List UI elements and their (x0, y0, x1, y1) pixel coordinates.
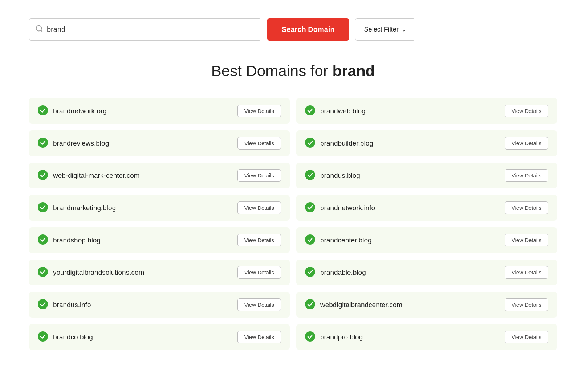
svg-point-15 (305, 299, 315, 309)
view-details-button[interactable]: View Details (505, 234, 548, 246)
domain-item: web-digital-mark-center.com View Details (29, 163, 290, 188)
available-check-icon (305, 202, 315, 214)
available-check-icon (305, 138, 315, 149)
view-details-button[interactable]: View Details (505, 331, 548, 343)
domain-item: brandus.blog View Details (296, 163, 557, 188)
page-heading: Best Domains for brand (29, 62, 557, 80)
svg-point-2 (38, 105, 48, 115)
filter-button[interactable]: Select Filter ⌄ (355, 18, 415, 41)
search-input[interactable] (47, 25, 255, 34)
available-check-icon (305, 267, 315, 278)
domain-item: brandshop.blog View Details (29, 227, 290, 253)
domain-left: brandnetwork.info (305, 202, 375, 214)
domain-item: brandreviews.blog View Details (29, 130, 290, 156)
svg-point-6 (38, 170, 48, 180)
svg-point-4 (38, 138, 48, 148)
available-check-icon (38, 138, 48, 149)
view-details-button[interactable]: View Details (237, 105, 281, 117)
domain-name: brandweb.blog (320, 107, 366, 115)
domain-left: brandus.blog (305, 170, 360, 181)
domain-left: brandus.info (38, 299, 91, 311)
domain-item: yourdigitalbrandsolutions.com View Detai… (29, 260, 290, 285)
available-check-icon (305, 234, 315, 246)
view-details-button[interactable]: View Details (237, 266, 281, 279)
domain-name: brandmarketing.blog (53, 204, 116, 212)
domain-name: brandcenter.blog (320, 236, 372, 244)
svg-point-13 (305, 267, 315, 277)
view-details-button[interactable]: View Details (237, 169, 281, 182)
view-details-button[interactable]: View Details (237, 331, 281, 343)
available-check-icon (305, 331, 315, 343)
search-bar-row: Search Domain Select Filter ⌄ (29, 18, 557, 41)
domain-item: brandpro.blog View Details (296, 324, 557, 350)
svg-point-7 (305, 170, 315, 180)
available-check-icon (38, 299, 48, 311)
domain-name: brandnetwork.info (320, 204, 375, 212)
domain-item: brandus.info View Details (29, 292, 290, 318)
view-details-button[interactable]: View Details (237, 298, 281, 311)
domain-left: brandbuilder.blog (305, 138, 373, 149)
available-check-icon (38, 267, 48, 278)
available-check-icon (38, 234, 48, 246)
svg-point-11 (305, 234, 315, 245)
chevron-down-icon: ⌄ (402, 26, 406, 33)
view-details-button[interactable]: View Details (505, 105, 548, 117)
domain-item: brandnetwork.info View Details (296, 195, 557, 221)
domain-item: brandco.blog View Details (29, 324, 290, 350)
available-check-icon (305, 299, 315, 311)
available-check-icon (38, 105, 48, 117)
domain-left: brandcenter.blog (305, 234, 372, 246)
svg-line-1 (41, 30, 42, 32)
domain-left: brandnetwork.org (38, 105, 107, 117)
domain-name: brandus.info (53, 301, 91, 309)
domain-left: brandmarketing.blog (38, 202, 116, 214)
view-details-button[interactable]: View Details (505, 266, 548, 279)
svg-point-8 (38, 202, 48, 212)
svg-point-14 (38, 299, 48, 309)
svg-point-16 (38, 331, 48, 342)
domain-item: brandable.blog View Details (296, 260, 557, 285)
svg-point-12 (38, 267, 48, 277)
domain-item: brandbuilder.blog View Details (296, 130, 557, 156)
domain-left: webdigitalbrandcenter.com (305, 299, 402, 311)
domain-left: brandpro.blog (305, 331, 363, 343)
available-check-icon (38, 331, 48, 343)
search-domain-button[interactable]: Search Domain (267, 18, 349, 41)
domain-name: brandbuilder.blog (320, 139, 373, 147)
svg-point-17 (305, 331, 315, 342)
domain-left: web-digital-mark-center.com (38, 170, 140, 181)
domain-name: brandpro.blog (320, 333, 363, 341)
page-wrapper: Search Domain Select Filter ⌄ Best Domai… (0, 0, 586, 368)
search-icon (35, 25, 47, 34)
view-details-button[interactable]: View Details (237, 201, 281, 214)
svg-point-9 (305, 202, 315, 212)
domain-left: brandable.blog (305, 267, 366, 278)
domain-item: brandcenter.blog View Details (296, 227, 557, 253)
svg-point-5 (305, 138, 315, 148)
domain-left: brandreviews.blog (38, 138, 109, 149)
domain-name: webdigitalbrandcenter.com (320, 301, 402, 309)
view-details-button[interactable]: View Details (505, 169, 548, 182)
domain-name: yourdigitalbrandsolutions.com (53, 269, 144, 277)
available-check-icon (38, 202, 48, 214)
domain-item: brandmarketing.blog View Details (29, 195, 290, 221)
domain-left: brandco.blog (38, 331, 93, 343)
heading-keyword: brand (333, 62, 375, 79)
available-check-icon (305, 170, 315, 181)
view-details-button[interactable]: View Details (237, 137, 281, 150)
view-details-button[interactable]: View Details (237, 234, 281, 246)
view-details-button[interactable]: View Details (505, 201, 548, 214)
domain-name: brandable.blog (320, 269, 366, 277)
svg-point-3 (305, 105, 315, 115)
domain-item: brandweb.blog View Details (296, 98, 557, 124)
search-input-wrapper (29, 18, 261, 41)
view-details-button[interactable]: View Details (505, 298, 548, 311)
filter-label: Select Filter (364, 26, 399, 33)
domain-name: brandnetwork.org (53, 107, 107, 115)
view-details-button[interactable]: View Details (505, 137, 548, 150)
available-check-icon (305, 105, 315, 117)
domain-name: brandshop.blog (53, 236, 101, 244)
domain-name: brandus.blog (320, 172, 360, 180)
domain-left: yourdigitalbrandsolutions.com (38, 267, 144, 278)
domain-item: brandnetwork.org View Details (29, 98, 290, 124)
